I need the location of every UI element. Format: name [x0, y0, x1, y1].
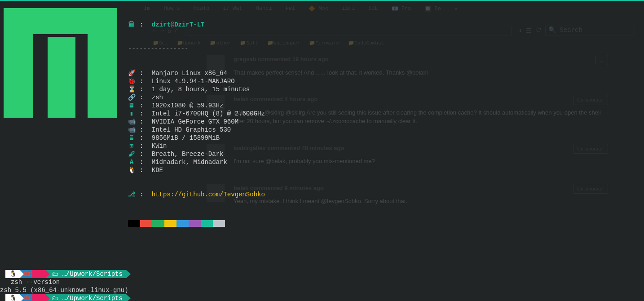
info-icon: ▮: [128, 110, 135, 118]
info-icon: ≣: [128, 134, 135, 142]
prompt-path-segment: 🗁 …/Upwork/Scripts: [46, 270, 126, 278]
info-icon: ⌛: [128, 85, 135, 93]
info-value: Breath, Breeze-Dark: [152, 150, 224, 158]
tux-icon: 🐧: [5, 270, 20, 278]
info-value: 1920x1080 @ 59.93Hz: [152, 102, 224, 110]
info-icon: 📹: [128, 118, 135, 126]
info-value: 1 day, 8 hours, 15 minutes: [152, 85, 250, 93]
prompt-user-segment: dzirt: [20, 270, 46, 278]
distro-ascii-logo: [4, 4, 117, 118]
info-icon: A: [128, 158, 135, 166]
info-value: Intel HD Graphics 530: [152, 126, 231, 134]
command-line: zsh --version: [0, 278, 644, 286]
command-output: zsh 5.5 (x86_64-unknown-linux-gnu): [0, 286, 644, 294]
info-value: Linux 4.9.94-1-MANJARO: [152, 77, 235, 85]
info-value: KDE: [152, 166, 163, 174]
tux-icon: 🐧: [5, 294, 20, 301]
info-value: 9856MiB / 15899MiB: [152, 134, 220, 142]
info-value: KWin: [152, 142, 167, 150]
terminal-window[interactable]: 🏛: dzirt@DzirT-LT ---------------- 🚀: Ma…: [0, 1, 644, 301]
prompt-line: 🐧 dzirt 🗁 …/Upwork/Scripts: [0, 294, 644, 301]
info-icon: 📹: [128, 126, 135, 134]
info-icon: 🐞: [128, 77, 135, 85]
prompt-line: 🐧 dzirt 🗁 …/Upwork/Scripts: [0, 270, 644, 278]
info-icon: 🖌: [128, 150, 135, 158]
color-swatches: [128, 220, 265, 227]
info-value: Midnadark, Midnadark: [152, 158, 227, 166]
info-icon: ⊞: [128, 142, 135, 150]
prompt-user-segment: dzirt: [20, 294, 46, 301]
info-value: Manjaro Linux x86_64: [152, 69, 227, 77]
info-value: zsh: [152, 93, 163, 102]
system-info-block: 🏛: dzirt@DzirT-LT ---------------- 🚀: Ma…: [128, 4, 265, 243]
user-host: dzirt@DzirT-LT: [152, 21, 205, 29]
host-icon: 🏛: [128, 21, 135, 29]
github-link[interactable]: https://github.com/IevgenSobko: [152, 190, 265, 199]
info-icon: 🚀: [128, 69, 135, 77]
info-icon: 🔗: [128, 93, 135, 102]
info-value: Intel i7-6700HQ (8) @ 2.600GHz: [152, 110, 265, 118]
info-value: NVIDIA GeForce GTX 960M: [152, 118, 238, 126]
github-icon: ⎇: [128, 190, 135, 199]
info-icon: 🖥: [128, 102, 135, 110]
prompt-path-segment: 🗁 …/Upwork/Scripts: [46, 294, 126, 301]
info-icon: 🐧: [128, 166, 135, 174]
